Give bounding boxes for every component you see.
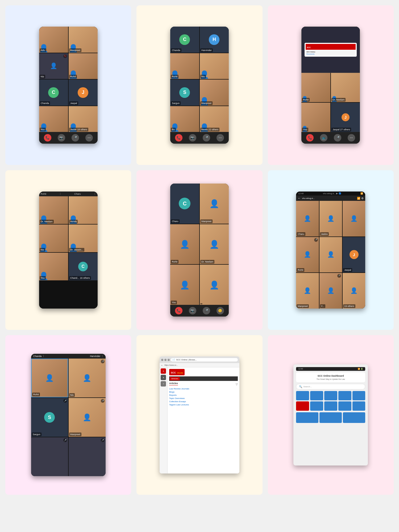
video-cell: C Chand... 16 others [69, 253, 98, 280]
nav-tabs: Articles [169, 376, 238, 381]
dashboard-tile[interactable] [310, 391, 323, 400]
dashboard-tile[interactable] [338, 391, 351, 400]
card-5: C Charu 👤 Manpreet 👤 Rohit 👤 Dr. Neelam [136, 170, 262, 330]
search-placeholder: Search... [303, 385, 312, 388]
participant-name: Manpreet [200, 101, 213, 105]
phone-7: Chanda ⋮ Harvinder ⋮ 👤 Rohit 👤 Nis 🎤 [31, 354, 106, 476]
video-cell-24others: 👤 [200, 265, 229, 305]
video-grid-7: 👤 Rohit 👤 Nis 🎤 S Sargun 🎤 👤 [31, 359, 106, 476]
avatar: J [350, 250, 359, 259]
participant-name: Jaspal [343, 268, 352, 272]
filter-icon[interactable]: ▽ [236, 383, 238, 386]
dashboard-9: 12:45 📶 🔋 SCC Online Dashboard The Smart… [293, 364, 368, 466]
back-btn[interactable]: ← [298, 196, 301, 200]
video-cell: 👤 Dr. Neelam [39, 196, 68, 224]
participant-name: Sargun [32, 433, 41, 436]
emoji-btn[interactable]: 😊 [217, 307, 224, 314]
scc-logo-badge: SCC ONLINE [169, 369, 185, 375]
dashboard-tile[interactable] [324, 391, 337, 400]
video-cell: C Charu [170, 184, 199, 224]
avatar: C [179, 198, 190, 209]
settings-icon[interactable]: ⚙ [361, 197, 364, 200]
mute-indicator: 🎤 [63, 438, 67, 442]
end-call-btn[interactable]: 📞 [175, 134, 182, 142]
mic-btn[interactable]: 🎤 [72, 134, 79, 142]
mic-btn[interactable]: 🎤 [203, 134, 210, 142]
article-link[interactable]: Blogs [169, 391, 238, 393]
dashboard-tile[interactable] [343, 412, 365, 423]
dashboard-tile[interactable] [352, 401, 365, 411]
video-cell: S Sargun [170, 80, 199, 106]
video-cell: 🎤 [31, 437, 68, 476]
browser-btn [164, 359, 167, 361]
url-display: https://www.sc... [164, 364, 178, 366]
video-cell: 👤 You [39, 253, 68, 280]
meeting-id: vhu-whug-k... ▶ 🔵 [323, 192, 341, 195]
participant-name: Manpreet [297, 304, 309, 308]
video-cell: 👤 Dr. Jaswin... [69, 225, 98, 252]
scc-online-text: ONLINE [177, 372, 183, 374]
article-link[interactable]: Collection Essays [169, 400, 238, 403]
dashboard-tile[interactable] [324, 401, 337, 411]
end-call-btn[interactable]: 📞 [306, 134, 314, 142]
video-cell: H Harvinder [200, 27, 229, 53]
search-icon[interactable]: ? [161, 381, 166, 386]
more-btn[interactable]: ⋯ [348, 134, 355, 142]
video-cell-you: 👤 You [170, 265, 199, 305]
dashboard-tile-grid [296, 391, 365, 411]
article-link[interactable]: Law Review Journals [169, 388, 238, 390]
dashboard-subtitle: The Smart Way to Update the Law [298, 378, 363, 380]
dashboard-tile[interactable] [296, 412, 318, 423]
browser-main: SCC ONLINE Articles Articles ▽ [168, 367, 239, 473]
video-cell: 👤 Bu [170, 106, 199, 132]
article-link[interactable]: Tagore Law Lectures [169, 404, 238, 406]
mic-btn[interactable]: 🎤 [334, 134, 341, 142]
camera-btn[interactable]: 📷 [58, 134, 65, 142]
video-cell: J Jaspal [69, 80, 98, 106]
you-label: You [40, 128, 46, 131]
dashboard-tile[interactable] [296, 391, 309, 400]
camera-btn[interactable]: 📷 [189, 307, 196, 314]
participant-name: Rohit [69, 75, 77, 78]
scc-header: SCC ONLINE [169, 369, 238, 375]
mute-indicator: 🚫 [63, 54, 67, 58]
avatar: J [342, 113, 350, 121]
dashboard-tile[interactable] [319, 412, 342, 423]
more-btn[interactable]: ⋯ [217, 134, 224, 142]
article-link[interactable]: Reports [169, 394, 238, 396]
dashboard-tile[interactable] [296, 401, 309, 411]
video-cell: 👤 Manpreet [296, 273, 319, 309]
avatar: C [179, 34, 190, 45]
browser-content: S A ? SCC ONLINE Articles [160, 367, 239, 473]
card-8: 📄 SCC Online | Brows... ← https://www.sc… [136, 335, 262, 495]
dashboard-tile[interactable] [338, 401, 351, 411]
mic-btn[interactable]: 🎤 [203, 307, 210, 314]
article-link[interactable]: Topic Overviews [169, 397, 238, 400]
url-bar[interactable]: 📄 SCC Online | Brows... [171, 358, 238, 361]
search-bar[interactable]: 🔍 Search... [296, 384, 365, 389]
dashboard-tile[interactable] [352, 391, 365, 400]
end-call-btn[interactable]: 📞 [175, 307, 182, 314]
video-cell: S Sargun 🎤 [31, 398, 68, 437]
card-9: 12:45 📶 🔋 SCC Online Dashboard The Smart… [268, 335, 394, 495]
end-call-btn[interactable]: 📞 [44, 134, 51, 142]
articles-tab[interactable]: Articles [170, 377, 180, 380]
camera-btn[interactable]: 📷 [189, 134, 196, 142]
back-btn[interactable]: ← [161, 364, 163, 367]
video-cell: 👤 Manpreet [200, 80, 229, 106]
participant-name: Manpreet [69, 433, 81, 436]
article-links-list: Law Review Journals Blogs Reports Topic … [169, 388, 238, 406]
participant-name: Harvinder ⋮ [90, 355, 103, 358]
browser-btn [161, 359, 163, 361]
video-grid-6: 👤 Charu 👤 Jaslov 👤 👤 Rohit 🎤 👤 [296, 201, 365, 309]
screen-btn[interactable]: 📺 [320, 134, 327, 142]
dashboard-title: SCC Online Dashboard [298, 375, 363, 377]
controls-bar: 📞 📷 🎤 😊 [170, 305, 229, 317]
articles-icon[interactable]: A [161, 375, 166, 380]
video-cell: 👤 Manpreet 🎤 [69, 398, 106, 437]
photo-grid: 👤 Adv. 👤 Manpreet 👤 🚫 Nis 👤 Rohit [5, 5, 394, 495]
more-btn[interactable]: ⋯ [85, 134, 93, 142]
dashboard-tile[interactable] [310, 401, 323, 411]
participant-name: Charu [171, 219, 180, 223]
video-cell: 👤 Dr. Neelam [331, 73, 360, 102]
